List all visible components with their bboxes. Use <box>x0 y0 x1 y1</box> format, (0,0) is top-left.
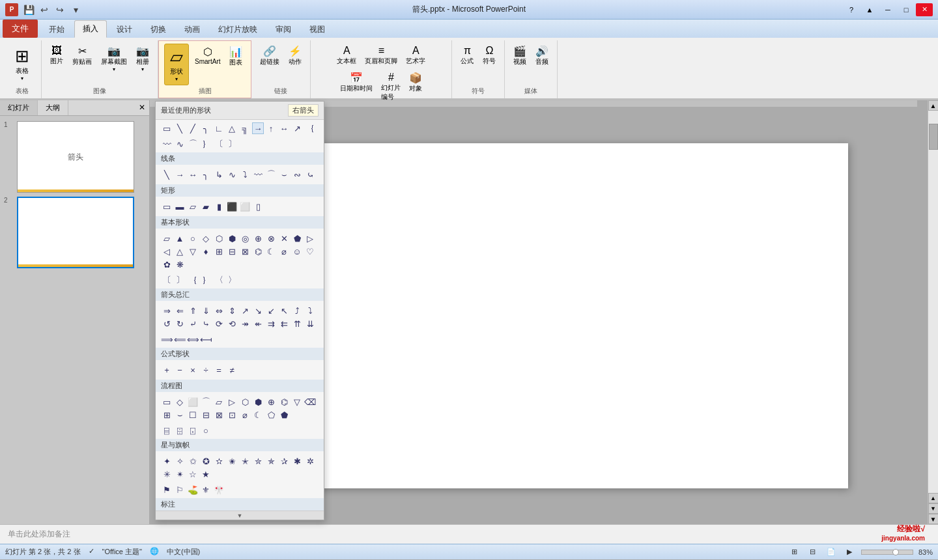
tab-slideshow[interactable]: 幻灯片放映 <box>210 21 266 38</box>
line-curve[interactable]: ∿ <box>226 169 238 180</box>
equation-button[interactable]: π 公式 <box>457 43 477 68</box>
line-wave[interactable]: ∾ <box>291 169 303 180</box>
help-button[interactable]: ? <box>843 3 860 16</box>
flag-2[interactable]: ⚐ <box>174 484 186 496</box>
arrow-2[interactable]: ⇐ <box>174 305 186 316</box>
basic-23[interactable]: ☺ <box>291 245 303 257</box>
basic-29[interactable]: ｛ <box>187 274 199 286</box>
action-button[interactable]: ⚡ 动作 <box>285 43 305 68</box>
hyperlink-button[interactable]: 🔗 超链接 <box>257 43 283 68</box>
flow-24[interactable]: ⌹ <box>174 425 186 436</box>
arrow-22[interactable]: ⇇ <box>278 318 290 329</box>
line-elbow-arrow[interactable]: ↳ <box>213 169 225 180</box>
shape-arrow-right[interactable]: → <box>252 122 264 134</box>
file-tab[interactable]: 文件 <box>3 20 38 38</box>
screenshot-button[interactable]: 📷 屏幕截图 ▾ <box>98 43 130 74</box>
close-panel-button[interactable]: ✕ <box>135 100 149 115</box>
line-straight[interactable]: ╲ <box>161 169 173 180</box>
tab-home[interactable]: 开始 <box>40 21 73 38</box>
basic-22[interactable]: ⌀ <box>278 245 290 257</box>
shape-corner[interactable]: ╗ <box>239 122 251 134</box>
datetime-button[interactable]: 📅 日期和时间 <box>337 70 376 95</box>
flow-21[interactable]: ⬠ <box>265 409 277 421</box>
arrow-17[interactable]: ⟳ <box>213 318 225 329</box>
line-dbl-arrow[interactable]: ↔ <box>187 169 199 180</box>
slide-thumb-1[interactable]: 箭头 <box>17 121 134 193</box>
star-1[interactable]: ✦ <box>161 455 173 467</box>
shape-arrow-up[interactable]: ↑ <box>265 122 277 134</box>
star-6[interactable]: ✬ <box>226 455 238 467</box>
flow-19[interactable]: ⌀ <box>239 409 251 421</box>
chart-button[interactable]: 📊 图表 <box>226 44 246 69</box>
arrow-28[interactable]: ⟻ <box>200 333 212 345</box>
flow-5[interactable]: ▱ <box>213 396 225 408</box>
arrow-18[interactable]: ⟲ <box>226 318 238 329</box>
basic-1[interactable]: ▱ <box>161 232 173 244</box>
scroll-page-up[interactable]: ▲ <box>928 493 939 503</box>
basic-30[interactable]: ｝ <box>200 274 212 286</box>
shape-arc[interactable]: ⌒ <box>187 138 199 150</box>
scroll-thumb[interactable] <box>929 124 938 150</box>
basic-11[interactable]: ⬟ <box>291 232 303 244</box>
star-5[interactable]: ✫ <box>213 455 225 467</box>
tab-transitions[interactable]: 切换 <box>142 21 175 38</box>
shape-line1[interactable]: ╲ <box>174 122 186 134</box>
basic-27[interactable]: 〔 <box>161 274 173 286</box>
tab-design[interactable]: 设计 <box>108 21 141 38</box>
scroll-page-down[interactable]: ▼ <box>928 503 939 514</box>
star-7[interactable]: ✭ <box>239 455 251 467</box>
flow-18[interactable]: ⊡ <box>226 409 238 421</box>
symbol-button[interactable]: Ω 符号 <box>479 43 499 68</box>
basic-9[interactable]: ⊗ <box>265 232 277 244</box>
reading-view-button[interactable]: 📄 <box>825 546 838 559</box>
shape-dbl-arrow[interactable]: ↔ <box>278 122 290 134</box>
arrow-12[interactable]: ⤵ <box>304 305 316 316</box>
line-scribble[interactable]: 〰 <box>252 169 264 180</box>
arrow-27[interactable]: ⟺ <box>187 333 199 345</box>
line-freeform[interactable]: ⌒ <box>265 169 277 180</box>
save-qat-button[interactable]: 💾 <box>22 3 35 16</box>
basic-5[interactable]: ⬡ <box>213 232 225 244</box>
line-arrow[interactable]: → <box>174 169 186 180</box>
maximize-button[interactable]: □ <box>898 3 915 16</box>
flow-23[interactable]: ⌸ <box>161 425 173 436</box>
star-8[interactable]: ✮ <box>252 455 264 467</box>
minimize-button[interactable]: ─ <box>879 3 896 16</box>
flag-5[interactable]: 🎌 <box>213 484 225 496</box>
rect-frame[interactable]: ▮ <box>213 201 225 212</box>
flow-16[interactable]: ⊟ <box>200 409 212 421</box>
arrow-7[interactable]: ↗ <box>239 305 251 316</box>
smartart-button[interactable]: ⬡ SmartArt <box>192 44 223 67</box>
scroll-track[interactable] <box>928 111 939 493</box>
zoom-slider[interactable] <box>861 550 913 555</box>
flag-1[interactable]: ⚑ <box>161 484 173 496</box>
scroll-down-button[interactable]: ▼ <box>928 514 939 524</box>
arrow-3[interactable]: ⇑ <box>187 305 199 316</box>
flow-7[interactable]: ⬡ <box>239 396 251 408</box>
zoom-thumb[interactable] <box>892 549 899 555</box>
audio-button[interactable]: 🔊 音频 <box>532 43 552 68</box>
basic-16[interactable]: ♦ <box>200 245 212 257</box>
basic-15[interactable]: ▽ <box>187 245 199 257</box>
star-13[interactable]: ✳ <box>161 468 173 480</box>
star-9[interactable]: ✯ <box>265 455 277 467</box>
flow-17[interactable]: ⊠ <box>213 409 225 421</box>
close-button[interactable]: ✕ <box>916 3 933 16</box>
star-4[interactable]: ✪ <box>200 455 212 467</box>
textbox-button[interactable]: A 文本框 <box>334 43 360 68</box>
arrow-9[interactable]: ↙ <box>265 305 277 316</box>
flow-15[interactable]: ☐ <box>187 409 199 421</box>
formula-times[interactable]: × <box>187 364 199 376</box>
formula-neq[interactable]: ≠ <box>226 364 238 376</box>
object-button[interactable]: 📦 对象 <box>406 70 425 95</box>
slide-thumb-2[interactable] <box>17 197 134 268</box>
shape-brace[interactable]: ｛ <box>304 122 316 134</box>
tab-review[interactable]: 审阅 <box>267 21 300 38</box>
wordart-button[interactable]: A 艺术字 <box>403 43 429 68</box>
arrow-21[interactable]: ⇉ <box>265 318 277 329</box>
arrow-14[interactable]: ↻ <box>174 318 186 329</box>
star-2[interactable]: ✧ <box>174 455 186 467</box>
formula-div[interactable]: ÷ <box>200 364 212 376</box>
normal-view-button[interactable]: ⊞ <box>788 546 801 559</box>
tab-animations[interactable]: 动画 <box>176 21 208 38</box>
